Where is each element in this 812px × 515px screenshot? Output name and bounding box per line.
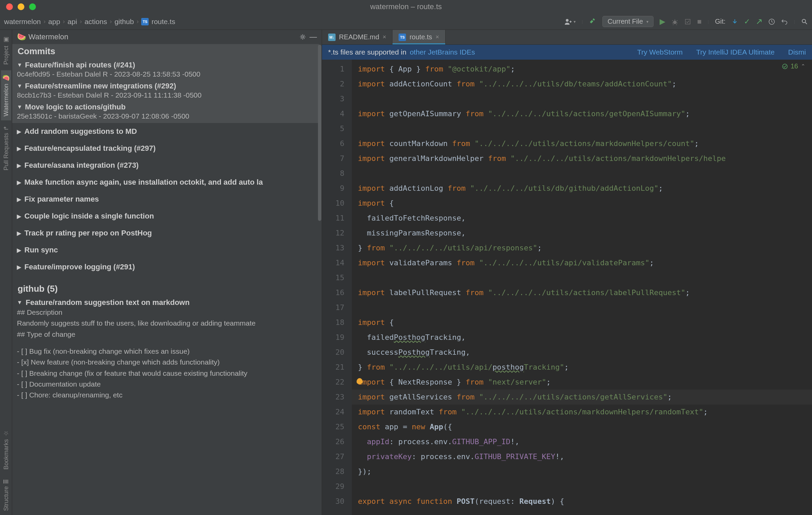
tab-label: README.md xyxy=(339,33,379,41)
close-tab-icon[interactable]: × xyxy=(435,34,439,41)
github-item[interactable]: ▼Feature/random suggestion text on markd… xyxy=(12,297,319,401)
scrollbar-thumb[interactable] xyxy=(318,45,321,221)
commit-meta: 8ccb1c7b3 - Esteban Dalel R - 2023-09-11… xyxy=(17,90,314,101)
rail-watermelon[interactable]: Watermelon🍉 xyxy=(1,70,11,120)
code-content[interactable]: import { App } from "@octokit/app";impor… xyxy=(352,60,812,515)
hammer-build-icon[interactable] xyxy=(589,18,596,25)
svg-point-5 xyxy=(302,36,304,38)
rail-pull-requests[interactable]: Pull Requests↱ xyxy=(1,122,11,174)
commit-expanded[interactable]: ▼Move logic to actions/github 25e13501c … xyxy=(12,102,319,123)
intention-bulb-icon[interactable] xyxy=(357,378,363,384)
dismiss-banner-link[interactable]: Dismi xyxy=(788,48,806,56)
commit-collapsed[interactable]: ▶Feature/improve logging (#291) xyxy=(12,259,319,275)
github-section-title: github (5) xyxy=(12,275,319,297)
commit-collapsed[interactable]: ▶Feature/asana integration (#273) xyxy=(12,157,319,174)
maximize-window-icon[interactable] xyxy=(29,3,36,10)
commit-collapsed[interactable]: ▶Track pr rating per repo on PostHog xyxy=(12,225,319,242)
chevron-down-icon: ▼ xyxy=(17,300,22,306)
minimize-window-icon[interactable] xyxy=(18,3,24,10)
minimize-panel-icon[interactable]: — xyxy=(309,33,317,41)
gear-icon[interactable] xyxy=(299,34,306,40)
line-gutter: 1234567891011121314151617181920212223242… xyxy=(322,60,352,515)
breadcrumb-item[interactable]: watermelon xyxy=(4,18,41,26)
watermelon-panel: 🍉 Watermelon — Commits ▼Feature/finish a… xyxy=(12,30,322,515)
breadcrumb-item[interactable]: route.ts xyxy=(151,18,175,26)
chevron-right-icon: › xyxy=(80,18,82,25)
try-webstorm-link[interactable]: Try WebStorm xyxy=(637,48,683,56)
svg-point-0 xyxy=(566,19,569,22)
check-circle-icon xyxy=(782,63,788,69)
traffic-lights xyxy=(0,3,36,10)
git-history-icon[interactable] xyxy=(768,18,775,25)
git-rollback-icon[interactable] xyxy=(781,18,788,25)
stop-icon[interactable]: ■ xyxy=(697,17,702,26)
titlebar: watermelon – route.ts xyxy=(0,0,812,14)
problems-count: 16 xyxy=(791,62,798,70)
md-file-icon: M↓ xyxy=(328,34,336,41)
code-editor[interactable]: 1234567891011121314151617181920212223242… xyxy=(322,60,812,515)
breadcrumb-item[interactable]: github xyxy=(114,18,134,26)
breadcrumb-item[interactable]: app xyxy=(48,18,60,26)
tab-readme[interactable]: M↓ README.md × xyxy=(322,30,392,44)
ts-file-icon: TS xyxy=(141,18,149,25)
run-play-icon[interactable]: ▶ xyxy=(660,17,665,26)
chevron-right-icon: ▶ xyxy=(17,162,21,169)
git-update-icon[interactable] xyxy=(732,19,738,25)
try-intellij-link[interactable]: Try IntelliJ IDEA Ultimate xyxy=(696,48,774,56)
panel-scrollbar[interactable] xyxy=(318,45,322,515)
svg-rect-2 xyxy=(685,19,690,24)
breadcrumb-item[interactable]: api xyxy=(68,18,77,26)
rail-bookmarks[interactable]: Bookmarks☆ xyxy=(1,426,11,474)
banner-link[interactable]: other JetBrains IDEs xyxy=(410,48,475,56)
ts-support-banner: *.ts files are supported in other JetBra… xyxy=(322,45,812,60)
commit-expanded[interactable]: ▼Feature/streamline new integrations (#2… xyxy=(12,81,319,102)
close-tab-icon[interactable]: × xyxy=(383,34,386,41)
commit-collapsed[interactable]: ▶Make function async again, use installa… xyxy=(12,174,319,191)
debug-bug-icon[interactable] xyxy=(671,18,678,25)
chevron-right-icon: ▶ xyxy=(17,145,21,152)
user-add-icon[interactable]: ▾ xyxy=(564,18,576,25)
commit-meta: 25e13501c - baristaGeek - 2023-09-07 12:… xyxy=(17,111,314,122)
chevron-right-icon: › xyxy=(44,18,46,25)
chevron-right-icon: ▶ xyxy=(17,264,21,270)
panel-content[interactable]: Commits ▼Feature/finish api routes (#241… xyxy=(12,44,322,515)
watermelon-icon: 🍉 xyxy=(17,33,25,41)
commits-section-title: Commits xyxy=(12,44,319,60)
chevron-down-icon: ▼ xyxy=(17,83,22,89)
breadcrumb-item[interactable]: actions xyxy=(85,18,107,26)
git-push-icon[interactable] xyxy=(756,19,762,25)
coverage-icon[interactable] xyxy=(684,18,691,25)
toolbar-right: ▾ | Current File ▾ ▶ ■ | Git: ✓ xyxy=(564,16,808,27)
main-toolbar: watermelon › app › api › actions › githu… xyxy=(0,14,812,30)
structure-icon: ≣ xyxy=(2,479,10,484)
search-everywhere-icon[interactable] xyxy=(801,18,808,25)
breadcrumb: watermelon › app › api › actions › githu… xyxy=(4,18,564,26)
caret-up-icon: ⌃ xyxy=(801,63,805,69)
chevron-down-icon: ▼ xyxy=(17,62,22,68)
run-config-dropdown[interactable]: Current File ▾ xyxy=(602,16,653,27)
commit-collapsed[interactable]: ▶Couple logic inside a single function xyxy=(12,208,319,225)
commit-collapsed[interactable]: ▶Run sync xyxy=(12,242,319,259)
tab-route[interactable]: TS route.ts × xyxy=(392,30,445,44)
close-window-icon[interactable] xyxy=(6,3,13,10)
commit-meta: 0c4ef0d95 - Esteban Dalel R - 2023-08-25… xyxy=(17,69,314,80)
chevron-right-icon: ▶ xyxy=(17,196,21,203)
chevron-right-icon: › xyxy=(63,18,65,25)
window-title: watermelon – route.ts xyxy=(370,2,442,11)
tab-label: route.ts xyxy=(409,33,432,41)
commit-collapsed[interactable]: ▶Add random suggestions to MD xyxy=(12,123,319,140)
chevron-right-icon: ▶ xyxy=(17,247,21,253)
commit-collapsed[interactable]: ▶Feature/encapsulated tracking (#297) xyxy=(12,140,319,157)
git-label: Git: xyxy=(715,18,725,25)
rail-project[interactable]: Project▣ xyxy=(1,33,11,69)
ts-file-icon: TS xyxy=(399,34,406,41)
watermelon-icon: 🍉 xyxy=(2,74,10,82)
chevron-right-icon: ▶ xyxy=(17,230,21,236)
bookmark-icon: ☆ xyxy=(2,430,10,437)
main-layout: Project▣ Watermelon🍉 Pull Requests↱ Book… xyxy=(0,30,812,515)
problems-indicator[interactable]: 16 ⌃ xyxy=(782,62,805,70)
commit-collapsed[interactable]: ▶Fix parameter names xyxy=(12,191,319,208)
commit-expanded[interactable]: ▼Feature/finish api routes (#241) 0c4ef0… xyxy=(12,60,319,81)
git-commit-icon[interactable]: ✓ xyxy=(744,17,750,26)
rail-structure[interactable]: Structure≣ xyxy=(1,475,11,515)
